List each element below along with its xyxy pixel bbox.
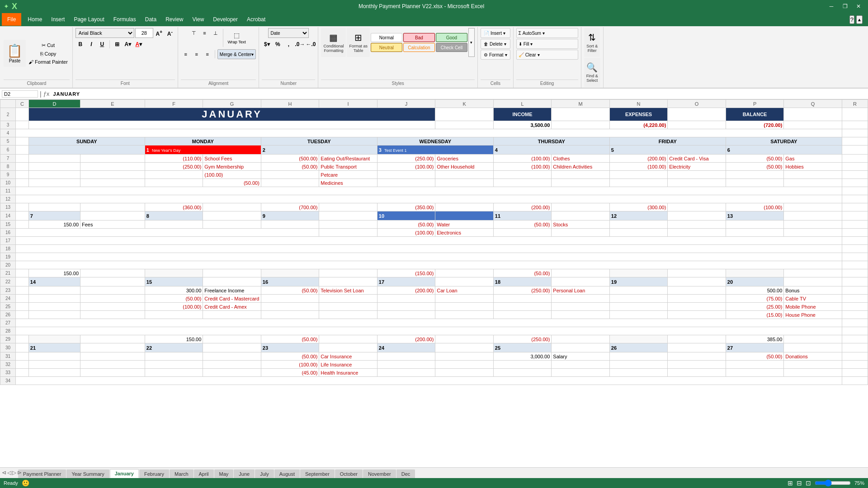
border-button[interactable]: ⊞ bbox=[112, 39, 122, 49]
col-header-h[interactable]: H bbox=[261, 100, 319, 108]
day-wed-w1[interactable]: 3Test Event 1 bbox=[377, 145, 493, 155]
font-color-button[interactable]: A▾ bbox=[134, 39, 144, 49]
sheet-tab-september[interactable]: September bbox=[300, 469, 335, 478]
increase-font-button[interactable]: A+ bbox=[154, 28, 164, 38]
col-header-m[interactable]: M bbox=[552, 100, 610, 108]
clear-button[interactable]: 🧹 Clear▾ bbox=[516, 50, 578, 60]
income-value[interactable]: 3,500.00 bbox=[493, 121, 552, 129]
menu-insert[interactable]: Insert bbox=[47, 13, 69, 26]
col-header-i[interactable]: I bbox=[319, 100, 377, 108]
menu-formulas[interactable]: Formulas bbox=[109, 13, 141, 26]
paste-button[interactable]: 📋 Paste bbox=[4, 40, 26, 67]
page-layout-icon[interactable]: ⊞ bbox=[788, 479, 793, 487]
accounting-button[interactable]: $▾ bbox=[262, 39, 272, 49]
sheet-tab-march[interactable]: March bbox=[170, 469, 193, 478]
day-fri-w1[interactable]: 5 bbox=[609, 145, 726, 155]
style-check-button[interactable]: Check Cell bbox=[436, 43, 467, 52]
style-bad-button[interactable]: Bad bbox=[403, 33, 435, 42]
sheet-tab-june[interactable]: June bbox=[234, 469, 255, 478]
menu-developer[interactable]: Developer bbox=[208, 13, 242, 26]
format-painter-button[interactable]: 🖌 Format Painter bbox=[27, 58, 70, 66]
increase-decimal-button[interactable]: .0→ bbox=[294, 39, 304, 49]
sheet-tab-july[interactable]: July bbox=[255, 469, 274, 478]
delete-cells-button[interactable]: 🗑Delete▾ bbox=[481, 39, 510, 49]
wrap-text-button[interactable]: ⬚ Wrap Text bbox=[226, 28, 248, 48]
col-header-o[interactable]: O bbox=[668, 100, 726, 108]
day-mon-w1[interactable]: 1New Year's Day bbox=[145, 145, 261, 155]
merge-center-button[interactable]: Merge & Center▾ bbox=[217, 49, 256, 59]
right-align-button[interactable]: ≡ bbox=[203, 49, 212, 59]
col-header-r[interactable]: R bbox=[842, 100, 868, 108]
number-format-select[interactable]: Date General Number Currency bbox=[268, 28, 309, 38]
col-header-q[interactable]: Q bbox=[784, 100, 842, 108]
ribbon-toggle[interactable]: ▲ bbox=[856, 15, 863, 24]
comma-button[interactable]: , bbox=[283, 39, 293, 49]
sheet-tab-november[interactable]: November bbox=[363, 469, 396, 478]
menu-page-layout[interactable]: Page Layout bbox=[69, 13, 108, 26]
january-header[interactable]: JANUARY bbox=[28, 108, 435, 121]
file-menu-button[interactable]: File bbox=[2, 13, 21, 26]
decrease-decimal-button[interactable]: ←.0 bbox=[305, 39, 315, 49]
bold-button[interactable]: B bbox=[75, 39, 85, 49]
page-break-icon[interactable]: ⊟ bbox=[797, 479, 802, 487]
minimize-button[interactable]: ─ bbox=[826, 2, 837, 11]
font-size-input[interactable] bbox=[135, 28, 153, 38]
style-calc-button[interactable]: Calculation bbox=[403, 43, 435, 52]
balance-value[interactable]: (720.00) bbox=[726, 121, 784, 129]
col-header-p[interactable]: P bbox=[726, 100, 784, 108]
sheet-nav-first[interactable]: ⊲ bbox=[2, 469, 6, 476]
col-header-c[interactable]: C bbox=[16, 100, 29, 108]
menu-view[interactable]: View bbox=[188, 13, 209, 26]
zoom-slider[interactable] bbox=[815, 479, 851, 487]
style-good-button[interactable]: Good bbox=[436, 33, 467, 42]
find-select-button[interactable]: 🔍 Find &Select bbox=[584, 58, 600, 87]
col-header-e[interactable]: E bbox=[80, 100, 145, 108]
sheet-tab-may[interactable]: May bbox=[214, 469, 234, 478]
col-header-f[interactable]: F bbox=[145, 100, 203, 108]
menu-acrobat[interactable]: Acrobat bbox=[242, 13, 270, 26]
cut-button[interactable]: ✂ Cut bbox=[27, 42, 70, 49]
day-tue-w1[interactable]: 2 bbox=[261, 145, 377, 155]
fill-color-button[interactable]: A▾ bbox=[123, 39, 133, 49]
center-align-button[interactable]: ≡ bbox=[192, 49, 202, 59]
insert-cells-button[interactable]: 📄Insert▾ bbox=[481, 28, 510, 38]
col-header-n[interactable]: N bbox=[609, 100, 668, 108]
col-header-k[interactable]: K bbox=[435, 100, 494, 108]
copy-button[interactable]: ⎘ Copy bbox=[27, 50, 70, 57]
close-button[interactable]: ✕ bbox=[853, 2, 864, 11]
decrease-font-button[interactable]: A- bbox=[165, 28, 175, 38]
styles-expand-button[interactable]: ▾ bbox=[468, 28, 475, 57]
help-button[interactable]: ? bbox=[849, 15, 854, 24]
col-header-l[interactable]: L bbox=[493, 100, 552, 108]
sheet-tab-october[interactable]: October bbox=[335, 469, 363, 478]
col-header-d[interactable]: D bbox=[28, 100, 80, 108]
middle-align-button[interactable]: ≡ bbox=[200, 28, 210, 38]
font-name-select[interactable]: Arial Black bbox=[75, 28, 134, 38]
sheet-tab-august[interactable]: August bbox=[274, 469, 300, 478]
spreadsheet-wrapper[interactable]: C D E F G H I J K L M N O P Q bbox=[0, 99, 868, 467]
sort-filter-button[interactable]: ⇅ Sort &Filter bbox=[584, 28, 600, 57]
sheet-nav-prev[interactable]: ◁ bbox=[7, 469, 11, 476]
restore-button[interactable]: ❐ bbox=[839, 2, 851, 11]
sheet-tab-year-summary[interactable]: Year Summary bbox=[66, 469, 109, 478]
name-box[interactable]: D2 bbox=[2, 90, 38, 98]
percent-button[interactable]: % bbox=[273, 39, 283, 49]
sheet-tab-april[interactable]: April bbox=[194, 469, 214, 478]
format-as-table-button[interactable]: ⊞ Format asTable bbox=[347, 28, 370, 57]
sheet-nav-last[interactable]: ⊳ bbox=[17, 469, 22, 476]
autosum-button[interactable]: Σ AutoSum▾ bbox=[516, 28, 578, 38]
status-icon[interactable]: 🙂 bbox=[22, 479, 29, 487]
expenses-value[interactable]: (4,220.00) bbox=[609, 121, 668, 129]
col-header-j[interactable]: J bbox=[377, 100, 435, 108]
style-neutral-button[interactable]: Neutral bbox=[371, 43, 402, 52]
sheet-tab-february[interactable]: February bbox=[139, 469, 169, 478]
conditional-formatting-button[interactable]: ▦ ConditionalFormatting bbox=[321, 28, 346, 57]
format-cells-button[interactable]: ⚙Format▾ bbox=[481, 50, 510, 60]
top-align-button[interactable]: ⊤ bbox=[189, 28, 199, 38]
style-normal-button[interactable]: Normal bbox=[371, 33, 402, 42]
col-header-g[interactable]: G bbox=[203, 100, 261, 108]
day-sat-w1[interactable]: 6 bbox=[726, 145, 842, 155]
fill-button[interactable]: ⬇ Fill▾ bbox=[516, 39, 578, 49]
underline-button[interactable]: U bbox=[97, 39, 107, 49]
sheet-tab-january[interactable]: January bbox=[110, 469, 139, 478]
